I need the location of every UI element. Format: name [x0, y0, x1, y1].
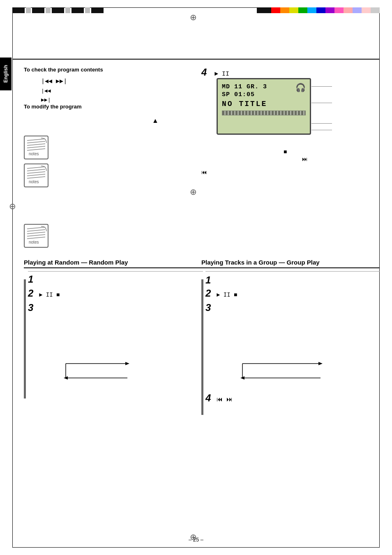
lcd-line1: MD 11 GR. 3 — [222, 83, 306, 90]
notes-svg-2: notes — [24, 164, 48, 187]
group-step-3-row: 3 — [205, 302, 211, 313]
lcd-headphone-icon: 🎧 — [295, 83, 306, 93]
random-step-2-row: 2 ► II ■ — [28, 288, 60, 299]
group-step-4-num: 4 — [205, 392, 211, 403]
lcd-annotation-4 — [311, 130, 332, 130]
group-step-2-row: 2 ► II ■ — [205, 288, 237, 299]
right-border — [379, 7, 380, 548]
right-stop-symbol: ■ — [284, 149, 287, 155]
random-step-1-row: 1 — [28, 274, 33, 284]
random-step-1-num: 1 — [28, 274, 33, 285]
crosshair-top: ⊕ — [190, 12, 197, 22]
group-step-1-line — [205, 271, 380, 272]
right-next-symbol: ⏭ — [302, 156, 308, 163]
group-steps-accent — [201, 279, 203, 415]
top-color-bar — [257, 7, 380, 13]
section-divider-top — [12, 59, 380, 60]
notes-svg-3: notes — [24, 224, 48, 248]
svg-marker-23 — [125, 362, 129, 365]
lcd-line3: NO TITLE — [222, 100, 306, 108]
random-step-1-line — [28, 271, 203, 272]
group-step-2-num: 2 — [205, 288, 211, 299]
crosshair-bottom: ⊕ — [190, 187, 197, 197]
modify-program-title: To modify the program — [24, 104, 82, 110]
random-step-2-symbols: ► II ■ — [39, 292, 60, 298]
side-language-label: English — [0, 58, 12, 90]
random-step-3-row: 3 — [28, 302, 33, 313]
group-step-1-row: 1 — [205, 274, 211, 286]
eject-symbol: ▲ — [152, 117, 159, 124]
group-play-heading: Playing Tracks in a Group — Group Play — [201, 259, 380, 268]
crosshair-bottom-page: ⊕ — [190, 532, 197, 542]
lcd-line2: SP 01:05 — [222, 91, 306, 98]
svg-text:notes: notes — [29, 152, 39, 156]
group-step-4-symbols: ⏮ ⏭ — [217, 396, 233, 403]
svg-text:notes: notes — [29, 180, 39, 184]
notes-icon-1: notes — [24, 136, 48, 161]
lcd-annotation-1 — [311, 86, 332, 87]
group-step-1-num: 1 — [205, 274, 211, 286]
random-play-heading: Playing at Random — Random Play — [24, 259, 205, 268]
svg-marker-28 — [318, 362, 323, 365]
lcd-annotation-2 — [311, 103, 332, 103]
right-prev-symbol: ⏮ — [201, 169, 207, 176]
notes-icon-2: notes — [24, 164, 48, 189]
group-flow-diagram — [230, 357, 353, 386]
left-border — [12, 7, 13, 548]
notes-icon-3: notes — [24, 224, 48, 249]
lcd-annotation-3 — [311, 123, 332, 124]
lcd-display: 🎧 MD 11 GR. 3 SP 01:05 NO TITLE — [217, 78, 311, 135]
random-step-3-num: 3 — [28, 302, 33, 313]
right-step-4-label: 4 ► II — [201, 67, 229, 78]
crosshair-left: ⊕ — [9, 201, 16, 211]
group-step-3-num: 3 — [205, 302, 211, 313]
random-steps-accent — [24, 279, 26, 398]
group-step-4-row: 4 ⏮ ⏭ — [205, 392, 233, 404]
lcd-progress-bar — [222, 111, 306, 115]
group-step-2-symbols: ► II ■ — [217, 292, 237, 298]
check-program-title: To check the program contents — [24, 67, 103, 73]
svg-text:notes: notes — [29, 240, 39, 244]
check-program-symbols: |◀◀ ▶▶| |◀◀ ▶▶| — [41, 77, 67, 105]
random-step-2-num: 2 — [28, 288, 33, 299]
random-flow-diagram — [53, 357, 199, 387]
bottom-border — [12, 547, 380, 548]
top-black-bar — [12, 7, 104, 13]
notes-svg-1: notes — [24, 136, 48, 159]
